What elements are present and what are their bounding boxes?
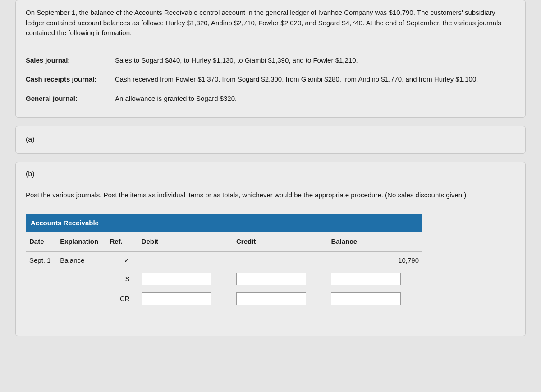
- journal-text: Sales to Sogard $840, to Hurley $1,130, …: [115, 55, 515, 66]
- journal-label: Cash receipts journal:: [26, 74, 115, 85]
- part-a-panel: (a): [15, 126, 526, 154]
- problem-intro: On September 1, the balance of the Accou…: [16, 5, 525, 46]
- ledger-table: Date Explanation Ref. Debit Credit Balan…: [26, 232, 422, 309]
- cell-balance: 10,790: [327, 251, 422, 269]
- journal-label: General journal:: [26, 94, 115, 104]
- cell-ref: ✓: [106, 251, 138, 269]
- page-root: On September 1, the balance of the Accou…: [0, 0, 541, 392]
- cell-date: [26, 289, 56, 309]
- part-b-panel: (b) Post the various journals. Post the …: [15, 162, 526, 336]
- cell-credit: [233, 289, 327, 309]
- col-header-ref: Ref.: [106, 232, 138, 251]
- col-header-balance: Balance: [327, 232, 422, 251]
- journal-row-general: General journal: An allowance is granted…: [26, 94, 515, 104]
- ledger-header-row: Date Explanation Ref. Debit Credit Balan…: [26, 232, 422, 251]
- cell-explanation: Balance: [56, 251, 106, 269]
- problem-panel: On September 1, the balance of the Accou…: [15, 0, 526, 118]
- intro-text: On September 1, the balance of the Accou…: [26, 8, 515, 38]
- cell-credit: [233, 251, 327, 269]
- journal-text: Cash received from Fowler $1,370, from S…: [115, 74, 515, 85]
- cell-explanation: [56, 269, 106, 289]
- cell-balance: [327, 269, 422, 289]
- cell-ref: CR: [106, 289, 138, 309]
- cell-ref: S: [106, 269, 138, 289]
- check-icon: ✓: [124, 256, 130, 264]
- credit-input[interactable]: [236, 292, 306, 305]
- balance-input[interactable]: [331, 292, 401, 305]
- col-header-credit: Credit: [233, 232, 327, 251]
- cell-debit: [138, 251, 233, 269]
- cell-date: Sept. 1: [26, 251, 56, 269]
- cell-credit: [233, 269, 327, 289]
- balance-input[interactable]: [331, 273, 401, 285]
- journal-label: Sales journal:: [26, 55, 115, 66]
- part-b-label: (b): [26, 169, 35, 180]
- cell-balance: [327, 289, 422, 309]
- instructions-text: Post the various journals. Post the item…: [26, 190, 515, 201]
- debit-input[interactable]: [142, 273, 211, 285]
- credit-input[interactable]: [236, 273, 306, 285]
- ledger-table-wrap: Accounts Receivable Date Explanation Ref…: [26, 214, 422, 309]
- journal-text: An allowance is granted to Sogard $320.: [115, 94, 515, 104]
- col-header-debit: Debit: [138, 232, 233, 251]
- ledger-title-bar: Accounts Receivable: [26, 214, 422, 232]
- ledger-row-opening: Sept. 1 Balance ✓ 10,790: [26, 251, 422, 269]
- ledger-row-cr: CR: [26, 289, 422, 309]
- debit-input[interactable]: [142, 292, 211, 305]
- journal-row-cash-receipts: Cash receipts journal: Cash received fro…: [26, 74, 515, 85]
- journals-list: Sales journal: Sales to Sogard $840, to …: [16, 55, 525, 118]
- col-header-explanation: Explanation: [56, 232, 106, 251]
- cell-debit: [138, 289, 233, 309]
- part-a-label: (a): [26, 136, 35, 143]
- cell-debit: [138, 269, 233, 289]
- cell-explanation: [56, 289, 106, 309]
- col-header-date: Date: [26, 232, 56, 251]
- cell-date: [26, 269, 56, 289]
- journal-row-sales: Sales journal: Sales to Sogard $840, to …: [26, 55, 515, 66]
- ledger-row-sales: S: [26, 269, 422, 289]
